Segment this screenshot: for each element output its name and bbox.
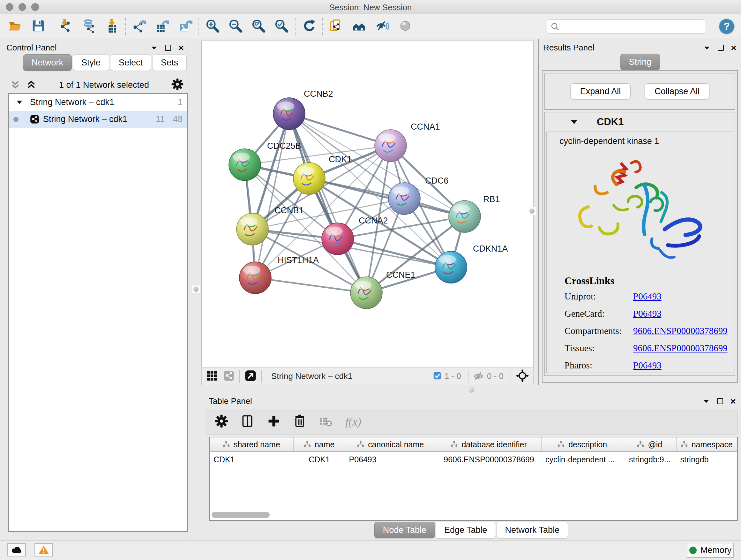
network-node-cdc25b[interactable]: [229, 149, 261, 181]
network-node-hist1h1a[interactable]: [239, 262, 271, 294]
search-input[interactable]: [559, 22, 702, 31]
left-splitter-handle[interactable]: [192, 285, 200, 294]
right-splitter[interactable]: [538, 39, 539, 385]
table-cell[interactable]: 9606.ENSP00000378699: [436, 452, 542, 467]
network-tree-row[interactable]: String Network – cdk1 11 48: [9, 111, 187, 128]
memory-button[interactable]: Memory: [687, 543, 734, 558]
save-session-button[interactable]: [30, 19, 46, 34]
tab-style[interactable]: Style: [73, 54, 109, 71]
right-splitter-handle[interactable]: [528, 207, 536, 215]
table-cell[interactable]: CDK1: [293, 452, 345, 467]
zoom-out-button[interactable]: [228, 19, 243, 34]
birds-eye-view-button[interactable]: [398, 19, 413, 34]
zoom-in-button[interactable]: [205, 19, 220, 34]
table-cell[interactable]: cyclin-dependent ...: [542, 452, 623, 467]
show-columns-button[interactable]: [241, 414, 255, 429]
network-options-gear-icon[interactable]: [171, 78, 184, 92]
selected-checkbox-icon[interactable]: [432, 371, 442, 382]
column-header--id[interactable]: @id: [623, 437, 677, 451]
table-row[interactable]: CDK1CDK1P064939606.ENSP00000378699cyclin…: [210, 452, 737, 467]
horizontal-splitter-handle[interactable]: [469, 387, 474, 393]
table-gear-button[interactable]: [214, 414, 228, 429]
network-node-ccnb2[interactable]: [273, 98, 305, 130]
tab-select[interactable]: Select: [110, 54, 151, 71]
network-node-rb1[interactable]: [449, 200, 481, 233]
crosslink-link[interactable]: P06493: [633, 291, 662, 302]
panel-close-icon[interactable]: ×: [731, 45, 737, 51]
expand-all-button[interactable]: Expand All: [570, 83, 631, 99]
open-session-button[interactable]: [8, 19, 23, 34]
crosslink-link[interactable]: P06493: [633, 360, 662, 371]
grid-view-icon[interactable]: [205, 369, 218, 383]
delete-column-button[interactable]: [293, 414, 307, 429]
crosslink-link[interactable]: 9606.ENSP00000378699: [633, 326, 728, 336]
column-header-name[interactable]: name: [293, 437, 345, 451]
column-header-database-identifier[interactable]: database identifier: [436, 437, 542, 451]
table-cell[interactable]: P06493: [345, 452, 436, 467]
table-cell[interactable]: stringdb: [677, 452, 737, 467]
export-table-button[interactable]: [154, 19, 170, 34]
import-network-from-database-button[interactable]: [81, 19, 96, 34]
panel-menu-icon[interactable]: [703, 44, 711, 52]
first-neighbors-button[interactable]: [352, 19, 367, 34]
network-node-cdc6[interactable]: [388, 183, 420, 214]
network-badge-icon[interactable]: [223, 370, 235, 383]
panel-menu-icon[interactable]: [702, 397, 710, 405]
tab-network[interactable]: Network: [23, 54, 72, 71]
network-node-cdk1[interactable]: [293, 163, 325, 194]
tab-sets[interactable]: Sets: [152, 54, 187, 71]
crosslink-link[interactable]: P06493: [633, 308, 662, 319]
add-column-button[interactable]: [267, 414, 281, 429]
zoom-fit-button[interactable]: [251, 19, 266, 34]
shared-column-icon: [357, 440, 364, 449]
expand-all-icon[interactable]: [25, 79, 37, 90]
import-table-from-file-button[interactable]: [104, 19, 119, 34]
panel-float-icon[interactable]: [718, 45, 724, 51]
export-image-button[interactable]: [178, 19, 193, 34]
detach-view-icon[interactable]: [244, 369, 257, 383]
column-header-namespace[interactable]: namespace: [677, 437, 737, 451]
crosslink-link[interactable]: 9606.ENSP00000378699: [633, 343, 728, 354]
collapse-all-icon[interactable]: [10, 79, 21, 90]
network-node-cdkn1a[interactable]: [435, 251, 467, 283]
birdseye-crosshair-icon[interactable]: [515, 369, 529, 384]
table-cell[interactable]: CDK1: [210, 452, 293, 467]
tab-node-table[interactable]: Node Table: [374, 522, 435, 538]
panel-float-icon[interactable]: [165, 45, 171, 51]
panel-float-icon[interactable]: [717, 398, 723, 404]
column-header-shared-name[interactable]: shared name: [210, 437, 293, 451]
column-header-description[interactable]: description: [542, 437, 623, 451]
import-network-from-file-button[interactable]: [58, 19, 73, 34]
help-button[interactable]: ?: [719, 18, 735, 35]
apply-preferred-layout-button[interactable]: [301, 19, 317, 34]
function-builder-button[interactable]: f(x): [345, 415, 361, 428]
table-horizontal-scrollbar[interactable]: [212, 512, 270, 518]
tree-expander-icon[interactable]: [16, 99, 23, 106]
network-node-ccne1[interactable]: [350, 277, 382, 309]
panel-close-icon[interactable]: ×: [178, 45, 184, 51]
network-view-canvas[interactable]: CCNB2CCNA1CDC25BCDK1CDC6RB1CCNB1CCNA2CDK…: [201, 41, 534, 367]
zoom-selected-button[interactable]: [274, 19, 289, 34]
section-collapse-icon[interactable]: [570, 118, 578, 126]
show-hide-graphics-details-button[interactable]: [375, 19, 390, 34]
panel-close-icon[interactable]: ×: [730, 398, 736, 405]
tab-edge-table[interactable]: Edge Table: [435, 522, 496, 538]
panel-menu-icon[interactable]: [150, 44, 158, 52]
hidden-eye-icon[interactable]: [473, 370, 484, 383]
tab-network-table[interactable]: Network Table: [496, 522, 568, 538]
network-tree-row[interactable]: String Network – cdk1 1: [9, 94, 187, 111]
new-network-from-selection-button[interactable]: [329, 19, 344, 34]
table-cell[interactable]: stringdb:9...: [623, 452, 677, 467]
column-header-canonical-name[interactable]: canonical name: [345, 437, 436, 451]
left-splitter[interactable]: [188, 39, 188, 540]
search-box[interactable]: [547, 19, 706, 34]
network-node-ccna1[interactable]: [375, 130, 407, 162]
network-node-ccna2[interactable]: [322, 223, 354, 255]
collapse-all-button[interactable]: Collapse All: [645, 83, 710, 99]
delete-table-button[interactable]: [319, 414, 333, 429]
cloud-status-button[interactable]: [7, 543, 26, 557]
export-network-button[interactable]: [131, 19, 147, 34]
warnings-button[interactable]: [35, 543, 53, 557]
network-node-ccnb1[interactable]: [237, 213, 268, 245]
tab-string[interactable]: String: [620, 54, 660, 70]
